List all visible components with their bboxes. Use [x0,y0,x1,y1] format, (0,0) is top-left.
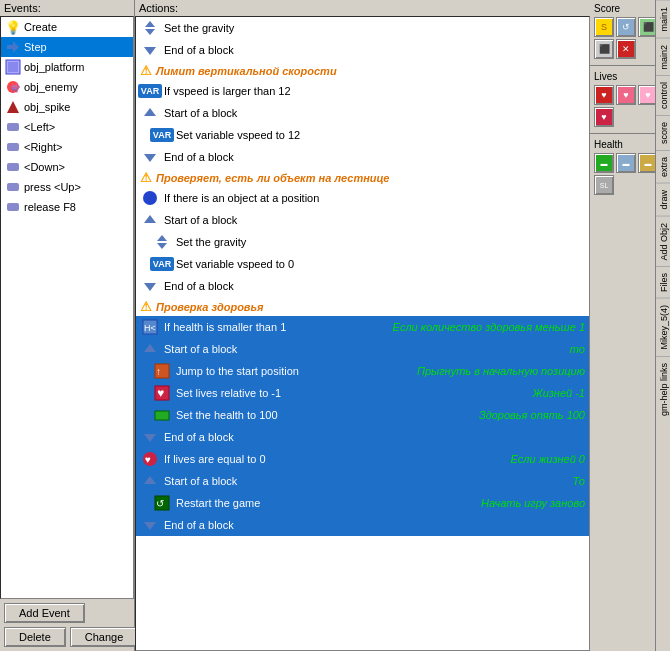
action-item-a1[interactable]: Set the gravity [136,17,589,39]
action-item-a5[interactable]: Start of a block [136,102,589,124]
add-event-button[interactable]: Add Event [4,603,85,623]
tab-score[interactable]: score [656,115,670,150]
action-icon-a20 [140,427,160,447]
tab-main2[interactable]: main2 [656,38,670,76]
action-item-a17[interactable]: ↑Jump to the start positionПрыгнуть в на… [136,360,589,382]
delete-button[interactable]: Delete [4,627,66,647]
health-icon-1[interactable]: ▬ [594,153,614,173]
action-item-a16[interactable]: Start of a blockто [136,338,589,360]
lives-icon-1[interactable]: ♥ [594,85,614,105]
action-item-a12[interactable]: VARSet variable vspeed to 0 [136,253,589,275]
tab-extra[interactable]: extra [656,150,670,183]
event-item-step[interactable]: Step [1,37,133,57]
action-item-a7[interactable]: End of a block [136,146,589,168]
score-icon-5[interactable]: ✕ [616,39,636,59]
action-item-a14[interactable]: ⚠Проверка здоровья [136,297,589,316]
actions-list[interactable]: Set the gravityEnd of a block⚠Лимит верт… [135,16,590,651]
action-text-a4: If vspeed is larger than 12 [164,85,585,97]
action-text-a18: Set lives relative to -1 [176,387,525,399]
score-label: Score [592,2,653,15]
action-item-a6[interactable]: VARSet variable vspeed to 12 [136,124,589,146]
event-label-step: Step [24,41,47,53]
svg-marker-20 [144,283,156,291]
svg-marker-29 [144,434,156,442]
action-item-a22[interactable]: Start of a blockТо [136,470,589,492]
action-item-a19[interactable]: Set the health to 100Здоровья опять 100 [136,404,589,426]
action-icon-a4: VAR [140,81,160,101]
action-item-a9[interactable]: If there is an object at a position [136,187,589,209]
event-label-release_f8: release F8 [24,201,76,213]
score-icon-4[interactable]: ⬛ [594,39,614,59]
right-sidebar: Score S ↺ ⬛ ⬛ ✕ [590,0,670,651]
score-icon-1[interactable]: S [594,17,614,37]
action-item-a11[interactable]: Set the gravity [136,231,589,253]
event-icon-step [5,39,21,55]
svg-rect-2 [8,62,18,72]
tab-gm-help[interactable]: gm-help links [656,356,670,422]
action-text-a23: Restart the game [176,497,473,509]
health-section: Health ▬ ▬ ▬ SL [590,136,655,199]
event-item-create[interactable]: 💡Create [1,17,133,37]
action-item-a18[interactable]: ♥Set lives relative to -1Жизней -1 [136,382,589,404]
svg-text:♥: ♥ [145,454,151,465]
action-item-a23[interactable]: ↺Restart the gameНачать игру заново [136,492,589,514]
action-text-a15: If health is smaller than 1 [164,321,385,333]
action-icon-a17: ↑ [152,361,172,381]
action-item-a4[interactable]: VARIf vspeed is larger than 12 [136,80,589,102]
svg-marker-35 [144,522,156,530]
svg-marker-19 [157,243,167,249]
tab-mikey[interactable]: Mikey_5(4) [656,298,670,356]
comment-text-a14: Проверка здоровья [156,301,264,313]
svg-marker-11 [145,21,155,27]
action-comment-a19: Здоровья опять 100 [479,409,585,421]
lives-icon-4[interactable]: ♥ [594,107,614,127]
action-text-a11: Set the gravity [176,236,585,248]
action-item-a21[interactable]: ♥If lives are equal to 0Если жизней 0 [136,448,589,470]
change-button[interactable]: Change [70,627,139,647]
action-text-a12: Set variable vspeed to 0 [176,258,585,270]
action-icon-a7 [140,147,160,167]
event-item-release_f8[interactable]: release F8 [1,197,133,217]
events-bottom-buttons: Add Event [0,599,134,627]
action-item-a2[interactable]: End of a block [136,39,589,61]
action-item-a3[interactable]: ⚠Лимит вертикальной скорости [136,61,589,80]
event-item-obj_spike[interactable]: obj_spike [1,97,133,117]
tab-draw[interactable]: draw [656,183,670,216]
score-icon-2[interactable]: ↺ [616,17,636,37]
event-item-obj_platform[interactable]: obj_platform [1,57,133,77]
event-item-press_up[interactable]: press <Up> [1,177,133,197]
event-item-down[interactable]: <Down> [1,157,133,177]
action-icon-a22 [140,471,160,491]
action-text-a22: Start of a block [164,475,565,487]
health-icon-2[interactable]: ▬ [616,153,636,173]
event-label-press_up: press <Up> [24,181,81,193]
svg-rect-10 [7,203,19,211]
health-icon-4[interactable]: SL [594,175,614,195]
event-item-right[interactable]: <Right> [1,137,133,157]
action-item-a13[interactable]: End of a block [136,275,589,297]
tab-files[interactable]: Files [656,266,670,298]
comment-text-a8: Проверяет, есть ли объект на лестнице [156,172,389,184]
event-icon-release_f8 [5,199,21,215]
action-item-a15[interactable]: H<If health is smaller than 1Если количе… [136,316,589,338]
action-item-a8[interactable]: ⚠Проверяет, есть ли объект на лестнице [136,168,589,187]
action-comment-a15: Если количество здоровья меньше 1 [393,321,585,333]
event-item-left[interactable]: <Left> [1,117,133,137]
tab-add-obj2[interactable]: Add Obj2 [656,216,670,267]
tab-main1[interactable]: main1 [656,0,670,38]
warning-icon-a8: ⚠ [140,170,152,185]
tab-control[interactable]: control [656,75,670,115]
divider-2 [590,133,655,134]
svg-marker-0 [7,41,19,53]
events-list[interactable]: 💡CreateStepobj_platform👾obj_enemyobj_spi… [0,16,134,599]
events-label: Events: [0,0,134,16]
lives-icon-2[interactable]: ♥ [616,85,636,105]
event-item-obj_enemy[interactable]: 👾obj_enemy [1,77,133,97]
event-icon-press_up [5,179,21,195]
svg-text:H<: H< [144,323,156,333]
action-item-a10[interactable]: Start of a block [136,209,589,231]
action-item-a20[interactable]: End of a block [136,426,589,448]
svg-rect-8 [7,163,19,171]
health-icons: ▬ ▬ ▬ SL [592,151,653,197]
action-item-a24[interactable]: End of a block [136,514,589,536]
